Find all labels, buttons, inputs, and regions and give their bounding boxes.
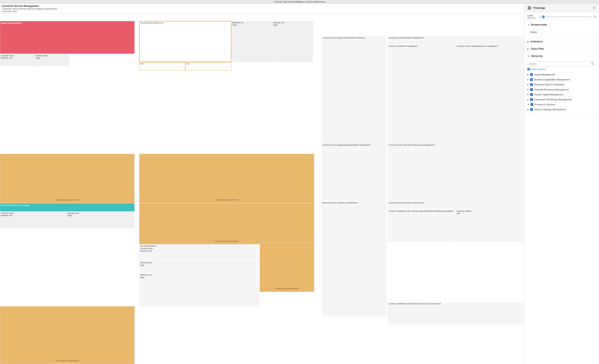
treemap-cell-tech-indep3[interactable]: Technological independence — [139, 203, 314, 244]
treemap-icon — [527, 6, 531, 10]
cell-label-bu-sage-small: Business Unit Sage — [139, 261, 259, 267]
hierarchy-item-label-4: Human Capital Management — [534, 93, 563, 96]
treemap-cell-cs-ops-meas[interactable]: Customer service operations measurement — [388, 201, 524, 209]
cell-label-cs-policies: Customer service policies and procedures… — [322, 36, 386, 40]
hierarchy-item-1[interactable]: ▶Business Capabilities Management — [527, 77, 596, 82]
treemap-cell-cs-workforce[interactable]: Customer service work force planning and… — [388, 143, 524, 201]
svg-rect-2 — [530, 8, 531, 9]
class-filter-header[interactable]: ▶ Class Filter — [524, 45, 599, 52]
hierarchy-item-3[interactable]: ▶Financial Resources Management — [527, 87, 596, 92]
hierarchy-section: ▼ Hierarchy 🔍 ✓ Clear Selection ▶Assets … — [524, 53, 599, 115]
treemap-cell-cs-requests[interactable]: Customer service requests/inquiries mana… — [456, 44, 524, 143]
hierarchy-item-0[interactable]: ▶Assets Management — [527, 72, 596, 77]
treemap-header: Customer Service Management Customer car… — [0, 4, 524, 14]
treemap-cell-tech-indep4[interactable]: Technological independence — [260, 242, 315, 292]
treemap-cell-test-building[interactable]: Test Building Block Customer Care Busine… — [139, 244, 259, 261]
treemap-cell-aim-left[interactable]: AIM — [139, 62, 185, 71]
treemap-cell-group-decisions[interactable]: Group decisions before loca — [139, 21, 231, 62]
treemap-cell-agile-dev[interactable]: Agile Development — [0, 21, 135, 54]
hierarchy-item-icon-0 — [530, 73, 533, 76]
treemap-cell-create-awareness[interactable]: Create awareness campaign — [0, 203, 135, 212]
indicators-section: ▶ Indicators — [524, 38, 599, 45]
treemap-cell-customer-care-bu1[interactable]: Customer Care Business Unit — [0, 54, 35, 66]
treemap-cell-cs-ops-mgmt[interactable]: Customer service operations management — [388, 36, 524, 44]
panel-header: Treemap ↺ — [524, 4, 599, 12]
cell-label-cs-complaints: Customer complaints management — [388, 45, 456, 48]
cell-label-customer-satisf: Customer satisfac AIM — [456, 210, 524, 215]
breadcrumb-home[interactable]: Home — [527, 30, 596, 35]
cell-label-cs-satisfaction2: Customer satisfaction with products and … — [388, 302, 524, 306]
cell-label-cs-seg: Customer service segmentation/prioritiza… — [322, 143, 386, 147]
hierarchy-item-5[interactable]: ▶Information Technology Management — [527, 97, 596, 102]
hierarchy-item-label-7: Vision & Strategy Development — [534, 108, 566, 111]
treemap-cell-aim-right[interactable]: AIM — [185, 62, 231, 71]
hierarchy-item-arrow-0: ▶ — [527, 73, 529, 76]
cell-label-customer-care-bu1: Customer Care Business Unit — [0, 54, 35, 60]
hierarchy-item-label-5: Information Technology Management — [534, 98, 572, 101]
hierarchy-item-label-3: Financial Resources Management — [534, 88, 569, 91]
treemap-header-title2: Customer care/customer service strategy … — [2, 8, 523, 10]
svg-rect-1 — [530, 6, 531, 7]
level-slider[interactable] — [542, 17, 593, 17]
treemap-cell-tech-indep1[interactable]: Technological independence — [0, 154, 135, 203]
hierarchy-item-arrow-2: ▶ — [527, 83, 529, 86]
slider-min: 0 — [539, 16, 541, 18]
cell-label-service-levels: Service levels for customers establishme… — [322, 201, 386, 205]
treemap-cell-customer-satisf[interactable]: Customer satisfac AIM — [456, 209, 524, 242]
treemap-cell-bu-sage2[interactable]: Business Unit Sage — [139, 273, 259, 306]
breadcrumbs-section: ▼ Breadcrumbs Home — [524, 21, 599, 38]
clear-selection[interactable]: ✓ Clear Selection — [527, 68, 596, 72]
cell-label-tech-indep5: Technological independence — [0, 359, 134, 363]
hierarchy-item-arrow-5: ▶ — [527, 98, 529, 101]
treemap-cell-business-uni-sage2[interactable]: Business Uni Sage — [231, 21, 272, 62]
panel-title: Treemap — [533, 6, 545, 9]
treemap-cell-cs-seg[interactable]: Customer service segmentation/prioritiza… — [322, 143, 387, 201]
hierarchy-search-box[interactable]: 🔍 — [527, 61, 596, 66]
cell-label-aim-right: AIM — [185, 62, 231, 66]
treemap-cell-service-levels[interactable]: Service levels for customers establishme… — [322, 201, 387, 317]
cell-label-cs-workforce: Customer service work force planning and… — [388, 143, 524, 147]
treemap-cell-tech-indep5[interactable]: Technological independence — [0, 306, 135, 364]
indicators-header[interactable]: ▶ Indicators — [524, 38, 599, 45]
hierarchy-item-label-2: Enterprise Risk & Compliance — [534, 83, 564, 86]
hierarchy-title: Hierarchy — [531, 55, 543, 58]
breadcrumbs-header[interactable]: ▼ Breadcrumbs — [524, 21, 599, 28]
treemap-cell-business-uni-sage3[interactable]: Business Uni Sage — [272, 21, 313, 62]
treemap-cell-cs-satisfaction2[interactable]: Customer satisfaction with products and … — [388, 302, 524, 325]
treemap-cell-ca-customer-care[interactable]: Customer Care Business Unit — [0, 212, 66, 228]
hierarchy-item-icon-2 — [530, 83, 533, 86]
hierarchy-arrow: ▼ — [527, 55, 529, 57]
indicators-title: Indicators — [531, 40, 543, 43]
hierarchy-item-4[interactable]: ▶Human Capital Management — [527, 92, 596, 97]
hierarchy-item-icon-3 — [530, 88, 533, 91]
treemap-cell-ca-business-unit[interactable]: Business Unit Sage — [66, 212, 135, 228]
treemap-cell-cs-satisfaction[interactable]: Customer satisfaction with customer requ… — [388, 209, 456, 242]
treemap-canvas[interactable]: Agile DevelopmentCustomer Care Business … — [0, 14, 524, 364]
hierarchy-item-icon-1 — [530, 78, 533, 81]
cell-label-cs-requests: Customer service requests/inquiries mana… — [456, 45, 524, 48]
treemap-cell-cs-complaints[interactable]: Customer complaints management — [388, 44, 456, 143]
breadcrumbs-title: Breadcrumbs — [531, 23, 547, 26]
treemap-cell-tech-indep2[interactable]: Technological independence — [139, 154, 314, 203]
refresh-icon[interactable]: ↺ — [592, 6, 596, 10]
hierarchy-item-6[interactable]: ▼Products & Services — [527, 102, 596, 107]
cell-label-cs-satisfaction: Customer satisfaction with customer requ… — [388, 210, 456, 213]
hierarchy-item-icon-6 — [530, 103, 533, 106]
level-section: Level All levels 0 10 — [524, 12, 599, 21]
hierarchy-item-icon-4 — [530, 93, 533, 96]
hierarchy-item-7[interactable]: ▶Vision & Strategy Development — [527, 107, 596, 112]
treemap-cell-business-unit-sage1[interactable]: Business Unit Sage — [35, 54, 70, 66]
class-filter-title: Class Filter — [531, 47, 544, 50]
hierarchy-search-input[interactable] — [529, 62, 591, 65]
breadcrumbs-arrow: ▼ — [527, 24, 529, 26]
hierarchy-item-arrow-6: ▼ — [527, 104, 529, 106]
treemap-header-title1: Customer Service Management — [2, 5, 523, 8]
hierarchy-item-2[interactable]: ▶Enterprise Risk & Compliance — [527, 82, 596, 87]
treemap-cell-cs-policies[interactable]: Customer service policies and procedures… — [322, 36, 387, 143]
treemap-header-title3: Customer Care — [2, 10, 523, 12]
hierarchy-item-label-1: Business Capabilities Management — [534, 78, 570, 81]
treemap-cell-bu-sage-small[interactable]: Business Unit Sage — [139, 261, 259, 273]
hierarchy-header[interactable]: ▼ Hierarchy — [524, 53, 599, 60]
class-filter-arrow: ▶ — [527, 48, 529, 50]
class-filter-section: ▶ Class Filter — [524, 45, 599, 53]
